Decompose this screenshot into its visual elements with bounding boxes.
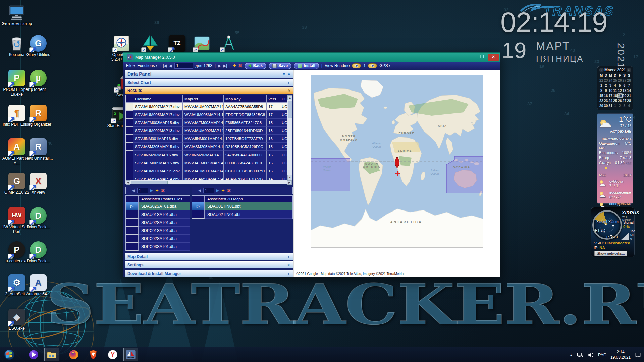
results-row[interactable]: SDVJAUM002MAP13.dbvMWVJAUM002MAP14.12BFE… <box>126 127 287 135</box>
results-row[interactable]: SDVJAFM005MAP15.dbvMWVJAFM005MAP14.10000… <box>126 159 287 167</box>
calendar-day[interactable]: 22 <box>599 78 604 83</box>
map3d-row[interactable]: ▷SDAU01TIN01.dbt <box>192 202 292 210</box>
calendar-day[interactable]: 26 <box>618 98 622 103</box>
delete-record-button[interactable]: ✕ <box>238 63 243 68</box>
calendar-day[interactable]: 18 <box>613 93 618 98</box>
menu-file[interactable]: File▾ <box>126 63 135 68</box>
photo-row[interactable]: ▷SDAS02SAT01.dba <box>126 202 190 210</box>
photos-add-button[interactable]: + <box>155 188 158 194</box>
photos-delete-button[interactable]: ✕ <box>161 188 165 193</box>
calendar-day[interactable]: 16 <box>604 93 608 98</box>
tray-expand-icon[interactable]: ▲ <box>570 353 573 357</box>
calendar-day[interactable]: 23 <box>604 78 608 83</box>
view-readme-button[interactable]: View Readme <box>325 63 350 68</box>
nav-next-button[interactable]: ▶ <box>218 64 221 68</box>
minimize-button[interactable]: — <box>465 54 476 61</box>
close-button[interactable]: ✕ <box>488 54 499 61</box>
titlebar[interactable]: Map Manager 2.0.5.0 — ❐ ✕ <box>123 53 500 62</box>
scroll-up-icon[interactable]: ▲ <box>287 95 292 100</box>
calendar-day[interactable]: 28 <box>627 78 631 83</box>
maps3d-page-input[interactable]: 1 <box>203 188 214 193</box>
results-row[interactable]: SDVJAUM005MAP17.dbvWVJAUM005MAP14.1EDDEE… <box>126 111 287 119</box>
firefox-taskbar-icon[interactable] <box>68 349 80 361</box>
column-header[interactable]: Map Key <box>224 95 267 102</box>
zoom-out-pill-icon[interactable] <box>352 63 361 68</box>
photo-row[interactable]: SDAU02SAT01.dba <box>126 219 190 227</box>
calendar-day[interactable]: 30 <box>604 103 608 108</box>
photos-prev-icon[interactable]: ◀ <box>132 188 135 193</box>
results-row[interactable]: SDVJAUM007MAP17.dbvMWVJAUM007MAP14.1AAA4… <box>126 103 287 111</box>
photo-row[interactable]: SDAU01SAT01.dba <box>126 210 190 219</box>
calendar-day[interactable]: 1 <box>599 83 604 88</box>
results-row[interactable]: SDVJINM203MAP16.dbvWVJINM203MAP14.154785… <box>126 151 287 159</box>
show-networks-button[interactable]: Show networks... <box>594 251 627 256</box>
calendar-day[interactable]: 24 <box>608 98 613 103</box>
calendar-day[interactable]: 17 <box>608 93 613 98</box>
calendar-day[interactable]: 20 <box>622 93 627 98</box>
calendar-day[interactable]: 26 <box>618 78 622 83</box>
calendar-day[interactable]: 4 <box>627 103 631 108</box>
horizontal-scrollbar[interactable]: ◀ ▶ <box>126 180 292 184</box>
network-icon[interactable] <box>577 352 583 358</box>
desktop-icon-app[interactable]: ↗ <box>212 35 246 52</box>
photo-row[interactable]: SDPC02SAT01.dba <box>126 235 190 243</box>
back-button[interactable]: Back <box>245 63 266 69</box>
results-row[interactable]: SDVJASM205MAP15.dbvWVJASM205MAP14.1D210B… <box>126 143 287 151</box>
calendar-day[interactable]: 12 <box>618 88 622 93</box>
photos-page-input[interactable]: 1 <box>137 188 148 193</box>
hscrollbar-thumb[interactable] <box>131 181 168 184</box>
results-row[interactable]: SDVJSAM504MAP14.dbvMWVJSAM504MAP14.1AC46… <box>126 175 287 180</box>
photo-row[interactable]: SDPC01SAT01.dba <box>126 227 190 235</box>
add-record-button[interactable]: + <box>233 63 236 69</box>
desktop-icon-eso-exe[interactable]: ◆↗ESO.exe <box>0 309 34 331</box>
maps3d-delete-button[interactable]: ✕ <box>227 188 231 193</box>
map3d-row[interactable]: SDAU02TIN01.dbt <box>192 210 292 219</box>
calendar-day[interactable]: 4 <box>613 83 618 88</box>
nav-prev-button[interactable]: ◀ <box>169 64 172 68</box>
calendar-day[interactable]: 11 <box>613 88 618 93</box>
language-indicator[interactable]: РУС <box>598 353 606 357</box>
section-select-chart[interactable]: Select Chart» <box>125 79 293 86</box>
calendar-prev-button[interactable]: « <box>599 68 604 72</box>
scroll-down-icon[interactable]: ▼ <box>287 175 292 180</box>
calendar-day[interactable]: 29 <box>599 103 604 108</box>
install-button[interactable]: Install <box>294 63 319 69</box>
results-row[interactable]: SDVJAUM001MAP15.dbvMWVJAUM001MAP14.1CCCC… <box>126 167 287 175</box>
yandex-browser-taskbar-icon[interactable]: Y <box>107 349 119 361</box>
desktop-icon-revo-uninstall[interactable]: R↗Revo Uninstall... <box>21 138 55 161</box>
photo-row[interactable]: SDPC03SAT01.dba <box>126 243 190 251</box>
desktop-icon-xnview[interactable]: X↗XnView <box>21 173 55 195</box>
desktop-icon-torrent[interactable]: µ↗µTorrent <box>21 70 55 92</box>
brave-taskbar-icon[interactable] <box>87 349 99 361</box>
column-header[interactable]: Vers <box>267 95 280 102</box>
desktop-icon-reg-organizer[interactable]: R↗Reg Organizer <box>21 105 55 127</box>
calendar-day[interactable]: 31 <box>608 103 613 108</box>
calendar-day[interactable]: 1 <box>613 103 618 108</box>
results-row[interactable]: SDVJINM001MAP16.dbvMWVJINM001MAP14.1197E… <box>126 135 287 143</box>
calendar-day[interactable]: 8 <box>599 88 604 93</box>
map-manager-taskbar-icon[interactable] <box>123 348 138 361</box>
calendar-day[interactable]: 3 <box>622 103 627 108</box>
calendar-day[interactable]: 15 <box>599 93 604 98</box>
chart-region-oceania[interactable] <box>446 156 483 193</box>
photos-next-icon[interactable]: ▶ <box>150 188 153 193</box>
maps3d-prev-icon[interactable]: ◀ <box>198 188 201 193</box>
maximize-button[interactable]: ❐ <box>476 54 488 61</box>
zoom-in-pill-icon[interactable] <box>368 63 377 68</box>
calendar-day[interactable]: 2 <box>618 103 622 108</box>
section-map-detail[interactable]: Map Detail» <box>125 253 293 260</box>
column-header[interactable]: UC <box>280 95 287 102</box>
calendar-day[interactable]: 27 <box>622 98 627 103</box>
tray-clock[interactable]: 2:14 19.03.2021 <box>610 350 631 360</box>
calendar-day[interactable]: 27 <box>622 78 627 83</box>
desktop-icon-glary-utilities[interactable]: G↗Glary Utilities <box>21 35 55 57</box>
column-header[interactable]: MapRef <box>183 95 224 102</box>
volume-icon[interactable] <box>587 352 594 358</box>
calendar-day[interactable]: 19 <box>618 93 622 98</box>
nav-first-button[interactable]: |◀ <box>163 64 167 68</box>
scroll-right-icon[interactable]: ▶ <box>287 180 292 185</box>
calendar-day[interactable]: 9 <box>604 88 608 93</box>
panel-expand-icon[interactable]: » <box>288 71 290 76</box>
calendar-day[interactable]: 22 <box>599 98 604 103</box>
calendar-day[interactable]: 7 <box>627 83 631 88</box>
